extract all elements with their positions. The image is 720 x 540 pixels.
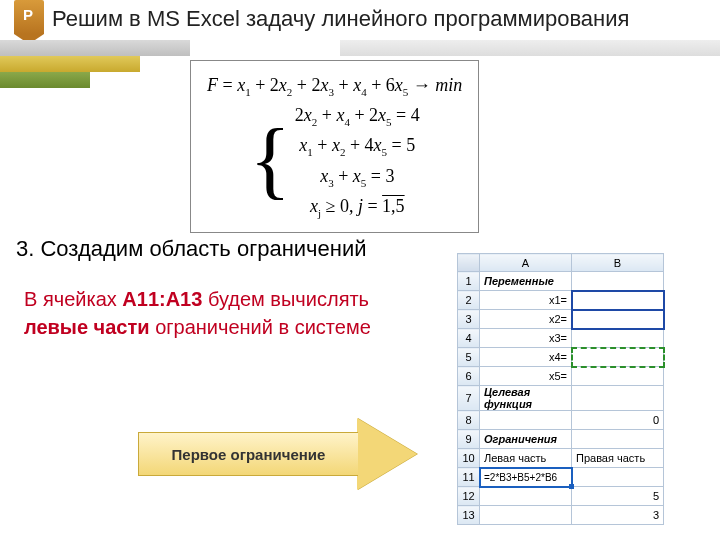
decor-band-gray-right xyxy=(340,40,720,56)
slide-badge: P xyxy=(14,0,44,34)
formula-nonneg: xj ≥ 0, j = 1,5 xyxy=(295,192,420,222)
decor-band-gray xyxy=(0,40,190,56)
cell-B12[interactable]: 5 xyxy=(572,487,664,506)
para-bold2: левые части xyxy=(24,316,150,338)
excel-corner[interactable] xyxy=(458,254,480,272)
formula-constraint-2: x1 + x2 + 4x5 = 5 xyxy=(295,131,420,161)
excel-row-1[interactable]: 1 xyxy=(458,272,480,291)
arrow-label: Первое ограничение xyxy=(138,432,358,476)
decor-band-green xyxy=(0,72,90,88)
excel-row-5[interactable]: 5 xyxy=(458,348,480,367)
arrow-callout: Первое ограничение xyxy=(138,418,418,490)
cell-A11[interactable]: =2*B3+B5+2*B6 xyxy=(480,468,572,487)
cell-A13[interactable] xyxy=(480,506,572,525)
para-post: ограничений в системе xyxy=(150,316,371,338)
cell-B5[interactable] xyxy=(572,348,664,367)
slide-title: Решим в MS Excel задачу линейного програ… xyxy=(52,6,629,32)
excel-row-4[interactable]: 4 xyxy=(458,329,480,348)
excel-row-10[interactable]: 10 xyxy=(458,449,480,468)
cell-A8[interactable] xyxy=(480,411,572,430)
decor-band-yellow xyxy=(0,56,140,72)
excel-row-13[interactable]: 13 xyxy=(458,506,480,525)
body-paragraph: В ячейках А11:А13 будем вычислять левые … xyxy=(24,285,404,341)
cell-B3[interactable] xyxy=(572,310,664,329)
excel-row-12[interactable]: 12 xyxy=(458,487,480,506)
cell-B8[interactable]: 0 xyxy=(572,411,664,430)
cell-B4[interactable] xyxy=(572,329,664,348)
cell-A9[interactable]: Ограничения xyxy=(480,430,572,449)
para-pre: В ячейках xyxy=(24,288,122,310)
cell-B13[interactable]: 3 xyxy=(572,506,664,525)
excel-row-7[interactable]: 7 xyxy=(458,386,480,411)
excel-row-11[interactable]: 11 xyxy=(458,468,480,487)
arrow-head-icon xyxy=(357,418,417,490)
cell-A5[interactable]: x4= xyxy=(480,348,572,367)
formula-constraint-3: x3 + x5 = 3 xyxy=(295,162,420,192)
cell-B11[interactable] xyxy=(572,468,664,487)
cell-A4[interactable]: x3= xyxy=(480,329,572,348)
cell-B7[interactable] xyxy=(572,386,664,411)
excel-grid: A B 1 Переменные 2 x1= 3 x2= 4 x3= 5 x4=… xyxy=(457,253,664,525)
excel-col-A[interactable]: A xyxy=(480,254,572,272)
cell-A6[interactable]: x5= xyxy=(480,367,572,386)
cell-A12[interactable] xyxy=(480,487,572,506)
formula-box: F = x1 + 2x2 + 2x3 + x4 + 6x5 → min { 2x… xyxy=(190,60,479,233)
cell-B1[interactable] xyxy=(572,272,664,291)
cell-A1[interactable]: Переменные xyxy=(480,272,572,291)
cell-A10[interactable]: Левая часть xyxy=(480,449,572,468)
excel-row-9[interactable]: 9 xyxy=(458,430,480,449)
cell-A7[interactable]: Целевая функция xyxy=(480,386,572,411)
badge-letter: P xyxy=(23,6,33,23)
para-cellrange: А11:А13 xyxy=(122,288,202,310)
formula-objective: F = x1 + 2x2 + 2x3 + x4 + 6x5 → min xyxy=(207,71,462,101)
cell-A3[interactable]: x2= xyxy=(480,310,572,329)
excel-row-3[interactable]: 3 xyxy=(458,310,480,329)
excel-col-B[interactable]: B xyxy=(572,254,664,272)
cell-A2[interactable]: x1= xyxy=(480,291,572,310)
cell-B6[interactable] xyxy=(572,367,664,386)
formula-constraint-1: 2x2 + x4 + 2x5 = 4 xyxy=(295,101,420,131)
excel-row-2[interactable]: 2 xyxy=(458,291,480,310)
cell-B2[interactable] xyxy=(572,291,664,310)
para-mid: будем вычислять xyxy=(202,288,369,310)
step-heading: 3. Создадим область ограничений xyxy=(16,236,367,262)
excel-row-6[interactable]: 6 xyxy=(458,367,480,386)
cell-B9[interactable] xyxy=(572,430,664,449)
cell-B10[interactable]: Правая часть xyxy=(572,449,664,468)
excel-row-8[interactable]: 8 xyxy=(458,411,480,430)
